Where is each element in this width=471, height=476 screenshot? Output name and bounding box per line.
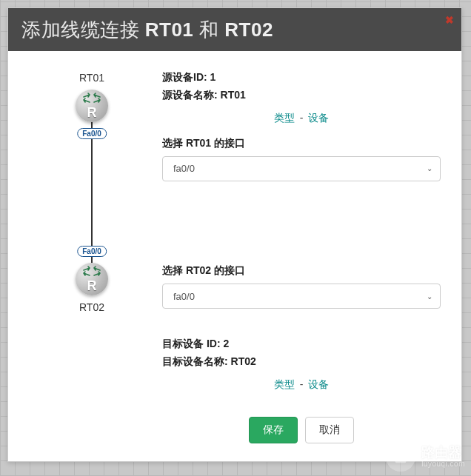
router-icon-bottom: R (76, 263, 108, 295)
router-letter: R (87, 278, 97, 294)
modal-title: 添加线缆连接 RT01 和 RT02 (21, 17, 273, 43)
modal-header: 添加线缆连接 RT01 和 RT02 ✖ (8, 8, 461, 51)
router-arrows-icon (81, 266, 103, 278)
router-arrows-icon (81, 93, 103, 104)
watermark-lock-icon (386, 442, 415, 472)
link-line: Fa0/0 Fa0/0 (91, 130, 93, 255)
spacer (162, 318, 441, 335)
connection-diagram: RT01 R Fa0/0 Fa0/0 (29, 69, 155, 443)
target-type-link[interactable]: 类型 (274, 378, 295, 390)
diagram-bottom-label: RT02 (79, 301, 104, 313)
select1-container: fa0/0 ⌄ (162, 156, 441, 181)
modal-body: RT01 R Fa0/0 Fa0/0 (8, 51, 461, 461)
select2-label: 选择 RT02 的接口 (162, 264, 441, 278)
spacer (162, 190, 441, 265)
dash: - (297, 112, 306, 124)
router-icon-top: R (76, 90, 108, 122)
chevron-down-icon: ⌄ (427, 164, 432, 172)
diagram-top-label: RT01 (79, 72, 104, 84)
target-name-label: 目标设备名称: RT02 (162, 353, 441, 371)
select2-value: fa0/0 (173, 291, 195, 302)
port-badge-bottom: Fa0/0 (77, 246, 107, 257)
title-mid: 和 (193, 19, 224, 41)
watermark-text: 路由器 luyouqi.com (421, 446, 465, 469)
target-links-row: 类型 - 设备 (162, 378, 441, 392)
source-links-row: 类型 - 设备 (162, 112, 441, 125)
target-id-label: 目标设备 ID: 2 (162, 335, 441, 353)
chevron-down-icon: ⌄ (427, 292, 432, 301)
target-device-link[interactable]: 设备 (308, 378, 329, 390)
cancel-button[interactable]: 取消 (305, 417, 354, 443)
watermark-en: luyouqi.com (421, 460, 465, 468)
select2-container: fa0/0 ⌄ (162, 284, 441, 309)
add-cable-modal: 添加线缆连接 RT01 和 RT02 ✖ RT01 R Fa0/0 (7, 7, 462, 462)
select2-dropdown[interactable]: fa0/0 ⌄ (162, 284, 441, 309)
lock-icon (392, 449, 409, 465)
source-id-label: 源设备ID: 1 (162, 69, 441, 87)
title-dev1: RT01 (145, 19, 194, 41)
router-letter: R (87, 105, 97, 121)
source-device-link[interactable]: 设备 (308, 112, 329, 124)
select1-label: 选择 RT01 的接口 (162, 137, 441, 150)
close-icon[interactable]: ✖ (445, 14, 454, 26)
title-dev2: RT02 (224, 19, 273, 41)
select1-value: fa0/0 (173, 163, 195, 174)
button-row: 保存 取消 (162, 417, 441, 443)
select1-dropdown[interactable]: fa0/0 ⌄ (162, 156, 441, 181)
watermark-zh: 路由器 (421, 446, 465, 460)
source-type-link[interactable]: 类型 (274, 112, 295, 124)
port-badge-top: Fa0/0 (77, 128, 107, 139)
form-panel: 源设备ID: 1 源设备名称: RT01 类型 - 设备 选择 RT01 的接口… (155, 69, 441, 443)
save-button[interactable]: 保存 (249, 417, 298, 443)
watermark: 路由器 luyouqi.com (386, 442, 465, 472)
source-name-label: 源设备名称: RT01 (162, 87, 441, 104)
title-prefix: 添加线缆连接 (21, 19, 145, 41)
dash: - (297, 378, 306, 390)
